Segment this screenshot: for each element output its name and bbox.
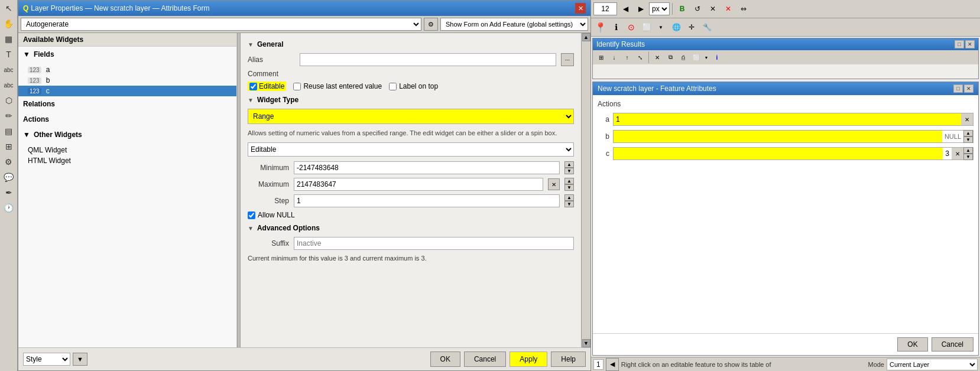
widget-type-select[interactable]: Range [248, 109, 574, 124]
label-on-top-checkbox[interactable] [389, 83, 397, 90]
id-select-dropdown-icon[interactable]: ▼ [703, 51, 710, 63]
wrench-icon[interactable]: 🔧 [700, 20, 714, 34]
font-size-increase-btn[interactable]: ▶ [634, 2, 648, 16]
id-print-icon[interactable]: ⎙ [677, 51, 689, 63]
edit-icon[interactable]: ✏ [2, 109, 16, 123]
layer-icon[interactable]: ▦ [2, 32, 16, 46]
close1-icon[interactable]: ✕ [706, 2, 720, 16]
font-size-decrease-btn[interactable]: ◀ [618, 2, 632, 16]
attr-spin-up-c[interactable]: ▲ [963, 147, 973, 154]
alias-input[interactable] [300, 53, 556, 66]
font-size-input[interactable] [593, 2, 617, 15]
feature-ok-button[interactable]: OK [897, 337, 927, 352]
allow-null-checkbox[interactable] [248, 211, 255, 219]
maximum-spin-down[interactable]: ▼ [564, 184, 574, 191]
attr-spin-down-c[interactable]: ▼ [963, 154, 973, 160]
scroll-down-btn[interactable]: ▼ [582, 339, 590, 347]
text-icon[interactable]: T [2, 47, 16, 61]
style-dropdown-button[interactable]: ▼ [73, 353, 87, 366]
dialog-close-button[interactable]: ✕ [575, 3, 586, 14]
tree-item-qml[interactable]: QML Widget [18, 145, 236, 155]
show-form-select[interactable]: Show Form on Add Feature (global setting… [440, 18, 588, 31]
arrows-icon[interactable]: ⇔ [736, 2, 751, 16]
close2-icon[interactable]: ✕ [721, 2, 735, 16]
id-clear-icon[interactable]: ✕ [651, 51, 663, 63]
dialog-toolbar: Autogenerate ⚙ Show Form on Add Feature … [18, 16, 590, 33]
top-toolbar: ◀ ▶ px B ↺ ✕ ✕ ⇔ [591, 0, 980, 18]
pin-icon[interactable]: 📍 [593, 20, 608, 34]
settings-small-button[interactable]: ⚙ [424, 18, 438, 31]
feature-restore-btn[interactable]: □ [953, 84, 963, 93]
cancel-button[interactable]: Cancel [464, 352, 506, 367]
id-copy-icon[interactable]: ⧉ [664, 51, 676, 63]
tree-item-a[interactable]: 123 a [18, 64, 236, 75]
identify-restore-btn[interactable]: □ [955, 40, 964, 48]
editable-checkbox-group: Editable [248, 82, 286, 91]
step-spin-up[interactable]: ▲ [564, 194, 574, 201]
id-expand-icon[interactable]: ⤡ [634, 51, 646, 63]
tree-item-c[interactable]: 123 c [18, 86, 236, 96]
bold-icon[interactable]: B [675, 2, 689, 16]
hand-icon[interactable]: ✋ [2, 17, 16, 31]
info-dot-icon[interactable]: ⊙ [624, 20, 638, 34]
rotate-icon[interactable]: ↺ [690, 2, 705, 16]
scrollbar-side[interactable]: ▲ ▼ [581, 33, 590, 347]
tree-item-fields[interactable]: ▼ Fields [18, 49, 236, 60]
id-select-tool-icon[interactable]: ⬜ [690, 51, 702, 63]
edit-type-select[interactable]: Editable [248, 142, 574, 157]
step-input[interactable] [294, 194, 560, 207]
help-button[interactable]: Help [551, 352, 586, 367]
suffix-input[interactable] [294, 237, 574, 250]
apply-button[interactable]: Apply [510, 352, 547, 367]
maximum-clear-btn[interactable]: ✕ [548, 178, 560, 190]
polygon-icon[interactable]: ⬡ [2, 93, 16, 108]
autogenerate-select[interactable]: Autogenerate [21, 18, 421, 31]
pencil-icon[interactable]: ✒ [2, 186, 16, 200]
feature-cancel-button[interactable]: Cancel [932, 337, 973, 352]
chat-icon[interactable]: 💬 [2, 170, 16, 184]
id-down-icon[interactable]: ↓ [608, 51, 620, 63]
select-dropdown-icon[interactable]: ▼ [654, 20, 668, 34]
tree-item-b[interactable]: 123 b [18, 75, 236, 86]
abc-icon[interactable]: abc [2, 63, 16, 77]
tree-item-other[interactable]: ▼ Other Widgets [18, 129, 236, 140]
prev-page-btn[interactable]: ◀ [606, 358, 619, 371]
minimum-spin-up[interactable]: ▲ [564, 161, 574, 168]
info-circle-icon[interactable]: ℹ [609, 20, 623, 34]
grid-icon[interactable]: ⊞ [2, 139, 16, 154]
alias-extra-button[interactable]: ··· [561, 53, 574, 66]
step-spin-down[interactable]: ▼ [564, 201, 574, 207]
minimum-spin-down[interactable]: ▼ [564, 168, 574, 174]
mode-select[interactable]: Current Layer [887, 359, 978, 370]
page-number-text: 1 [596, 360, 601, 369]
id-up-icon[interactable]: ↑ [621, 51, 633, 63]
style-select[interactable]: Style [23, 353, 70, 366]
feature-close-btn[interactable]: ✕ [964, 84, 973, 93]
identify-close-btn[interactable]: ✕ [965, 40, 975, 48]
ok-button[interactable]: OK [430, 352, 460, 367]
minimum-input[interactable] [294, 161, 560, 174]
tree-item-relations[interactable]: Relations [18, 99, 236, 109]
id-info-icon[interactable]: i [711, 51, 723, 63]
pointer-icon[interactable]: ↖ [2, 1, 16, 15]
reuse-last-checkbox[interactable] [293, 83, 301, 90]
table-icon[interactable]: ▤ [2, 124, 16, 138]
crosshair-icon[interactable]: ✛ [684, 20, 699, 34]
attr-spin-down-b[interactable]: ▼ [963, 136, 973, 143]
id-tree-icon[interactable]: ⊞ [595, 51, 607, 63]
attr-spin-up-b[interactable]: ▲ [963, 130, 973, 136]
maximum-spin-up[interactable]: ▲ [564, 178, 574, 184]
attr-clear-c-btn[interactable]: ✕ [952, 148, 963, 160]
scroll-up-btn[interactable]: ▲ [582, 33, 590, 41]
tree-item-html[interactable]: HTML Widget [18, 155, 236, 166]
clock-icon[interactable]: 🕐 [2, 201, 16, 215]
font-unit-select[interactable]: px [649, 2, 670, 15]
tree-item-actions[interactable]: Actions [18, 114, 236, 125]
select-rect-icon[interactable]: ⬜ [640, 20, 654, 34]
globe-icon[interactable]: 🌐 [669, 20, 683, 34]
editable-checkbox[interactable] [249, 83, 257, 90]
settings-icon[interactable]: ⚙ [2, 155, 16, 169]
maximum-input[interactable] [294, 178, 543, 191]
attr-clear-a-btn[interactable]: ✕ [961, 113, 973, 125]
abc2-icon[interactable]: abc [2, 78, 16, 92]
